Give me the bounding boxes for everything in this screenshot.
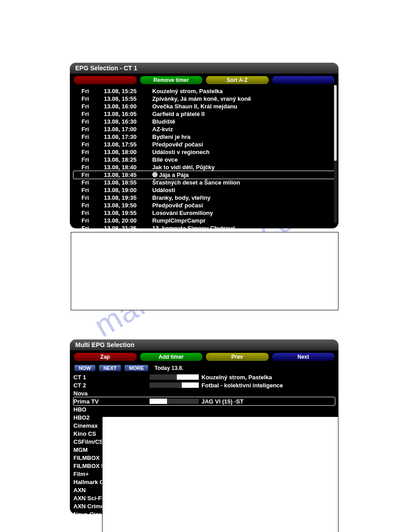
row-day: Fri bbox=[73, 217, 104, 224]
window-title: Multi EPG Selection bbox=[70, 339, 338, 351]
row-day: Fri bbox=[73, 133, 104, 141]
epg-row[interactable]: Fri13.08, 19:35Branky, body, vteřiny bbox=[73, 194, 335, 202]
epg-row[interactable]: Fri13.08, 15:25Kouzelný strom, Pastelka bbox=[73, 87, 335, 95]
channel-row[interactable]: CT 2Fotbal - kolektivní inteligence bbox=[73, 381, 335, 389]
row-title: Události v regionech bbox=[152, 148, 335, 156]
epg-row[interactable]: Fri13.08, 16:05Garfield a přátelé II bbox=[73, 110, 335, 118]
bar-segment bbox=[167, 399, 199, 404]
yellow-button[interactable]: Sort A-Z bbox=[206, 76, 269, 85]
row-title: Jája a Pája bbox=[152, 171, 335, 179]
epg-row[interactable]: Fri13.08, 17:55Předpověď počasí bbox=[73, 141, 335, 148]
row-datetime: 13.08, 18:25 bbox=[104, 156, 152, 163]
epg-row[interactable]: Fri13.08, 21:3513. komnata Simony Chytro… bbox=[73, 224, 335, 228]
color-button-row: Zap Add timer Prev Next bbox=[70, 351, 338, 363]
bar-segment bbox=[182, 382, 199, 388]
bar-segment bbox=[150, 374, 177, 380]
epg-row[interactable]: Fri13.08, 18:40Jak to vidí děti, Půjčky bbox=[73, 163, 335, 171]
row-datetime: 13.08, 19:00 bbox=[104, 186, 152, 194]
row-day: Fri bbox=[73, 156, 104, 163]
epg-row[interactable]: Fri13.08, 20:00RumplCimprCampr bbox=[73, 217, 335, 224]
epg-list[interactable]: Fri13.08, 15:25Kouzelný strom, PastelkaF… bbox=[70, 86, 338, 228]
row-title: Jak to vidí děti, Půjčky bbox=[152, 163, 335, 171]
row-datetime: 13.08, 18:45 bbox=[104, 171, 152, 179]
scrollbar[interactable] bbox=[334, 85, 337, 223]
row-title: 13. komnata Simony Chytrové bbox=[152, 224, 335, 228]
epg-row[interactable]: Fri13.08, 19:50Předpověď počasí bbox=[73, 202, 335, 209]
epg-row[interactable]: Fri13.08, 16:30Bludiště bbox=[73, 118, 335, 125]
blue-button[interactable] bbox=[272, 76, 335, 85]
epg-row[interactable]: Fri13.08, 19:00Události bbox=[73, 186, 335, 194]
row-title: Ovečka Shaun II, Král mejdanu bbox=[152, 103, 335, 110]
row-day: Fri bbox=[73, 125, 104, 133]
row-datetime: 13.08, 19:55 bbox=[104, 209, 152, 217]
row-title: RumplCimprCampr bbox=[152, 217, 335, 224]
tab-now[interactable]: NOW bbox=[74, 365, 95, 371]
row-day: Fri bbox=[73, 103, 104, 110]
tab-row: NOW NEXT MORE Today 13.8. bbox=[70, 363, 338, 373]
row-day: Fri bbox=[73, 202, 104, 209]
epg-row[interactable]: Fri13.08, 18:45Jája a Pája bbox=[73, 171, 335, 179]
row-datetime: 13.08, 18:00 bbox=[104, 148, 152, 156]
row-title: Události bbox=[152, 186, 335, 194]
row-title: Šťastných deset a Šance milion bbox=[152, 179, 335, 186]
epg-row[interactable]: Fri13.08, 19:55Losování Euromiliony bbox=[73, 209, 335, 217]
row-datetime: 13.08, 21:35 bbox=[104, 224, 152, 228]
overlay-box-1 bbox=[71, 232, 338, 310]
row-day: Fri bbox=[73, 95, 104, 103]
row-day: Fri bbox=[73, 186, 104, 194]
record-icon bbox=[152, 172, 158, 177]
epg-window: EPG Selection - CT 1 Remove timer Sort A… bbox=[70, 63, 338, 228]
row-day: Fri bbox=[73, 87, 104, 95]
row-datetime: 13.08, 18:55 bbox=[104, 179, 152, 186]
row-day: Fri bbox=[73, 141, 104, 148]
red-button[interactable]: Zap bbox=[73, 352, 137, 361]
date-label: Today 13.8. bbox=[154, 365, 183, 371]
row-datetime: 13.08, 16:05 bbox=[104, 110, 152, 118]
epg-row[interactable]: Fri13.08, 15:55Zpívánky, Já mám koně, vr… bbox=[73, 95, 335, 103]
row-datetime: 13.08, 16:00 bbox=[104, 103, 152, 110]
program-title: Fotbal - kolektivní inteligence bbox=[201, 382, 283, 389]
epg-row[interactable]: Fri13.08, 18:55Šťastných deset a Šance m… bbox=[73, 179, 335, 186]
epg-row[interactable]: Fri13.08, 16:00Ovečka Shaun II, Král mej… bbox=[73, 103, 335, 110]
row-datetime: 13.08, 15:25 bbox=[104, 87, 152, 95]
row-title: Losování Euromiliony bbox=[152, 209, 335, 217]
yellow-button[interactable]: Prev bbox=[206, 352, 269, 361]
blue-button[interactable]: Next bbox=[272, 352, 335, 361]
epg-row[interactable]: Fri13.08, 18:25Bílé ovce bbox=[73, 156, 335, 163]
channel-name: Nova bbox=[73, 390, 150, 397]
color-button-row: Remove timer Sort A-Z bbox=[70, 74, 338, 86]
window-title: EPG Selection - CT 1 bbox=[70, 63, 338, 74]
row-day: Fri bbox=[73, 148, 104, 156]
row-title: Kouzelný strom, Pastelka bbox=[152, 87, 335, 95]
program-title: Kouzelný strom, Pastelka bbox=[201, 374, 272, 381]
red-button[interactable] bbox=[73, 76, 137, 85]
epg-row[interactable]: Fri13.08, 17:30Bydlení je hra bbox=[73, 133, 335, 141]
program-title: JAG VI (15) -ST bbox=[201, 398, 244, 405]
bar-segment bbox=[150, 399, 167, 404]
epg-row[interactable]: Fri13.08, 17:00AZ-kvíz bbox=[73, 125, 335, 133]
channel-row[interactable]: HBO bbox=[73, 405, 335, 413]
row-day: Fri bbox=[73, 224, 104, 228]
channel-name: CT 1 bbox=[73, 374, 150, 381]
row-datetime: 13.08, 19:50 bbox=[104, 202, 152, 209]
row-title: Bílé ovce bbox=[152, 156, 335, 163]
scrollbar-thumb[interactable] bbox=[334, 85, 337, 161]
tab-next[interactable]: NEXT bbox=[99, 365, 121, 371]
row-datetime: 13.08, 17:55 bbox=[104, 141, 152, 148]
progress-bar bbox=[150, 382, 199, 388]
tab-more[interactable]: MORE bbox=[124, 365, 148, 371]
row-title: AZ-kvíz bbox=[152, 125, 335, 133]
green-button[interactable]: Remove timer bbox=[140, 76, 203, 85]
row-datetime: 13.08, 18:40 bbox=[104, 163, 152, 171]
bar-segment bbox=[150, 382, 182, 388]
channel-row[interactable]: CT 1Kouzelný strom, Pastelka bbox=[73, 373, 335, 381]
row-title: Bydlení je hra bbox=[152, 133, 335, 141]
row-title: Předpověď počasí bbox=[152, 202, 335, 209]
row-datetime: 13.08, 17:30 bbox=[104, 133, 152, 141]
channel-row[interactable]: Prima TVJAG VI (15) -ST bbox=[73, 397, 335, 406]
row-day: Fri bbox=[73, 110, 104, 118]
green-button[interactable]: Add timer bbox=[140, 352, 203, 361]
epg-row[interactable]: Fri13.08, 18:00Události v regionech bbox=[73, 148, 335, 156]
row-day: Fri bbox=[73, 209, 104, 217]
channel-row[interactable]: Nova bbox=[73, 389, 335, 397]
